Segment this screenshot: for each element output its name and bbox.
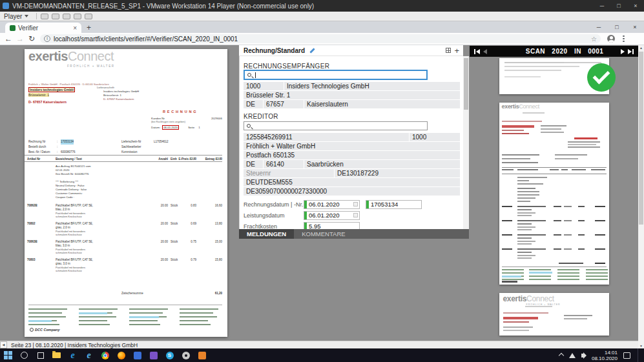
- line-placeholder: [79, 308, 118, 310]
- data-row[interactable]: 12558452699111000: [244, 133, 460, 141]
- field-value: 06.01.2020: [307, 201, 353, 208]
- chrome-icon[interactable]: [97, 348, 113, 362]
- line-placeholder: [502, 121, 542, 122]
- calendar-icon[interactable]: [353, 202, 358, 206]
- suspend-icon[interactable]: [41, 14, 48, 19]
- scrollbar-thumb[interactable]: [464, 58, 468, 110]
- invoice-recipient-street[interactable]: Brüsselerstr. 1: [28, 93, 49, 97]
- vm-maximize-button[interactable]: □: [610, 3, 627, 9]
- browser-tab[interactable]: Verifier ×: [5, 23, 81, 33]
- tab-kommentare[interactable]: KOMMENTARE: [294, 229, 353, 239]
- invoice-item-row[interactable]: 70803Patchkabel BF/UTP, CAT 5E,20.00Stüc…: [25, 258, 222, 276]
- scroll-down-icon[interactable]: ▼: [638, 344, 644, 348]
- settings-icon[interactable]: [178, 348, 194, 362]
- back-icon[interactable]: ←: [3, 34, 14, 43]
- invoice-item-row[interactable]: 70863BPatchkabel BF/UTP, CAT 5E,20.00Stü…: [25, 240, 222, 258]
- url-bar[interactable]: i localhost/smartfix/clients/verifier/#/…: [40, 34, 601, 43]
- page-thumbnail-3[interactable]: exertisConnect FRÖHLICH + WALTER: [499, 293, 609, 336]
- fullscreen-icon[interactable]: [85, 14, 92, 19]
- data-row[interactable]: DE66140Saarbrücken: [244, 160, 460, 168]
- network-icon[interactable]: [569, 353, 576, 358]
- devices-icon[interactable]: [63, 14, 70, 19]
- invoice-item-row[interactable]: 70802Patchkabel BF/UTP, CAT 5E,20.00Stüc…: [25, 222, 222, 240]
- last-page-button[interactable]: [628, 49, 634, 54]
- add-button[interactable]: +: [454, 46, 459, 55]
- skype-icon[interactable]: S: [161, 348, 178, 362]
- line-placeholder: [554, 206, 561, 207]
- line-placeholder: [557, 276, 579, 277]
- data-row[interactable]: DE67657Kaiserslautern: [244, 100, 460, 108]
- browser-menu-icon[interactable]: [623, 38, 625, 40]
- profile-avatar[interactable]: [607, 35, 615, 43]
- volume-icon[interactable]: [581, 354, 583, 357]
- data-row[interactable]: DE30590700000027330000: [244, 187, 460, 196]
- browser-close-button[interactable]: ×: [626, 24, 644, 30]
- invoice-recipient-city[interactable]: D- 67657 Kaiserslautern: [28, 100, 67, 104]
- creditor-search-input[interactable]: [244, 121, 428, 130]
- line-placeholder: [517, 234, 546, 236]
- firefox-icon[interactable]: [113, 348, 129, 362]
- line-placeholder: [502, 169, 514, 170]
- next-page-button[interactable]: [621, 49, 625, 54]
- vm-close-button[interactable]: ×: [627, 3, 644, 9]
- data-row[interactable]: SteuernrDE130187229: [244, 169, 460, 177]
- line-placeholder: [555, 154, 587, 156]
- line-placeholder: [586, 279, 608, 280]
- invoice-item-row[interactable]: 70862BPatchkabel BF/UTP, CAT 5E,20.00Stü…: [25, 204, 222, 222]
- panel-scrollbar[interactable]: [463, 56, 469, 229]
- main-scrollbar[interactable]: ▲ ▼: [638, 45, 644, 348]
- document-preview[interactable]: exertisConnect FRÖHLICH + WALTER Fröhlic…: [25, 49, 227, 337]
- tab-meldungen[interactable]: MELDUNGEN: [239, 229, 294, 239]
- app-blue-icon[interactable]: [129, 348, 145, 362]
- scroll-up-icon[interactable]: ▲: [638, 46, 644, 50]
- chevron-down-icon: [25, 15, 28, 17]
- data-row[interactable]: Postfach 650135: [244, 151, 460, 159]
- recipient-search-input[interactable]: [244, 70, 428, 80]
- edge-icon[interactable]: e: [65, 348, 81, 362]
- layout-grid-icon[interactable]: [446, 48, 451, 53]
- action-center-icon[interactable]: [623, 352, 630, 359]
- data-row[interactable]: DEUTDE5M555: [244, 178, 460, 186]
- vm-minimize-button[interactable]: ─: [594, 3, 610, 9]
- line-placeholder: [517, 226, 535, 228]
- scrollbar-thumb[interactable]: [639, 52, 643, 225]
- previous-page-button[interactable]: [483, 49, 487, 54]
- edit-pencil-icon[interactable]: [309, 47, 316, 54]
- field-input[interactable]: 06.01.2020: [304, 200, 360, 209]
- invoice-recipient-name[interactable]: Insiders technologies GmbH: [28, 87, 75, 92]
- new-tab-button[interactable]: +: [87, 23, 91, 32]
- bookmark-star-icon[interactable]: ☆: [591, 35, 597, 43]
- data-row[interactable]: 1000Insiders Technologies GmbH: [244, 82, 460, 90]
- search-icon: [247, 73, 251, 77]
- app-purple-icon[interactable]: [145, 348, 161, 362]
- invoice-date-highlight[interactable]: 06.01.2020: [162, 125, 179, 130]
- file-explorer-icon[interactable]: [48, 348, 65, 362]
- data-cell: Saarbrücken: [304, 160, 460, 168]
- player-menu[interactable]: Player: [0, 12, 32, 21]
- ie-icon[interactable]: e: [81, 348, 97, 362]
- show-desktop-button[interactable]: [638, 348, 640, 362]
- field-input[interactable]: 17053134: [366, 200, 422, 209]
- page-thumbnail-1[interactable]: [499, 58, 609, 94]
- search-icon[interactable]: [16, 348, 32, 362]
- tab-close-icon[interactable]: ×: [73, 25, 77, 32]
- tray-overflow-icon[interactable]: [559, 352, 564, 357]
- calendar-icon[interactable]: [353, 213, 358, 217]
- reload-icon[interactable]: ↻: [26, 34, 37, 43]
- page-thumbnail-2[interactable]: exertisConnect: [499, 103, 609, 285]
- task-view-icon[interactable]: [32, 348, 48, 362]
- unity-icon[interactable]: [74, 14, 81, 19]
- app-orange-icon[interactable]: [194, 348, 210, 362]
- data-row[interactable]: Brüsseler Str. 1: [244, 91, 460, 99]
- first-page-button[interactable]: [474, 49, 480, 54]
- browser-minimize-button[interactable]: ─: [590, 24, 608, 30]
- taskbar-clock[interactable]: 14:01 08.10.2020: [592, 350, 618, 361]
- sound-icon[interactable]: [52, 14, 59, 19]
- url-text[interactable]: localhost/smartfix/clients/verifier/#/Ve…: [54, 35, 238, 43]
- browser-maximize-button[interactable]: □: [608, 24, 626, 30]
- start-icon[interactable]: [0, 348, 16, 362]
- field-input[interactable]: 06.01.2020: [304, 211, 360, 220]
- page-info-icon[interactable]: i: [44, 35, 50, 42]
- scroll-left-icon[interactable]: ◀: [0, 341, 7, 348]
- data-row[interactable]: Fröhlich + Walter GmbH: [244, 142, 460, 150]
